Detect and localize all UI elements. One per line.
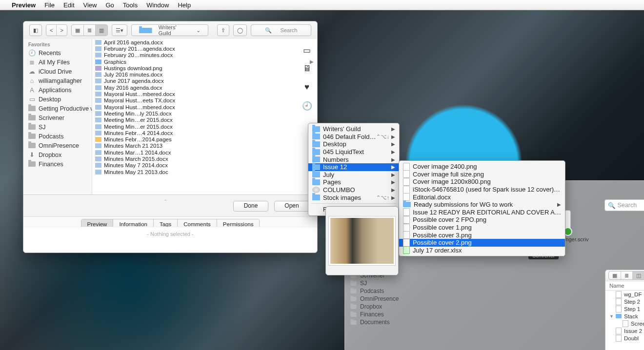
view-columns-icon[interactable]: ▥ <box>96 25 107 36</box>
file-item[interactable]: Meeting Min…ly 2015.docx <box>92 110 317 117</box>
recent-folder-item[interactable]: Stock images⌃⌥↑▶ <box>308 194 399 201</box>
sidebar-item[interactable]: ⬇Dropbox <box>23 150 92 159</box>
search-input[interactable]: 🔍 Search <box>251 24 311 36</box>
disclosure-icon[interactable]: ▼ <box>609 314 613 319</box>
submenu-item[interactable]: Possible cover 2 FPO.png <box>399 216 565 224</box>
menu-view[interactable]: View <box>83 1 97 9</box>
menu-go[interactable]: Go <box>105 1 114 9</box>
file-item[interactable]: Meeting Min…er 2015.docx <box>92 117 317 123</box>
recent-folder-item[interactable]: Issue 12▶ <box>308 163 399 171</box>
list-row[interactable]: Issue 2 <box>605 327 644 334</box>
submenu-item[interactable]: iStock-546765810 (used for Spark issue 1… <box>399 186 565 194</box>
view-icons-icon[interactable]: ▦ <box>72 25 84 36</box>
submenu-item[interactable]: Issue 12 READY BAR EDITORIAL AND COVER A… <box>399 209 565 216</box>
file-item[interactable]: February 20…minutes.docx <box>92 52 317 58</box>
file-item[interactable]: July 2016 minutes.docx <box>92 71 317 78</box>
submenu-item[interactable]: Possible cover 3.png <box>399 231 565 239</box>
file-item[interactable]: Minutes Febr…4 2014.docx <box>92 130 317 136</box>
bg-sidebar-item[interactable]: OmniPresence <box>345 295 410 303</box>
file-item[interactable]: Minutes March 21 2013 <box>92 143 317 149</box>
bg2-view-seg[interactable]: ▦≣◫▭ <box>608 271 644 280</box>
sidebar-item[interactable]: ≣All My Files <box>23 58 92 67</box>
bg-sidebar-item[interactable]: Dropbox <box>345 303 410 311</box>
submenu-item[interactable]: Cover image 1200x800.png <box>399 178 565 186</box>
bg2-column-header[interactable]: Name <box>605 281 644 291</box>
submenu-item[interactable]: Possible cover 2.png <box>399 239 565 247</box>
recent-folder-item[interactable]: Numbers▶ <box>308 156 399 163</box>
submenu-item[interactable]: July 17 order.xlsx <box>399 247 565 254</box>
expand-grip-icon[interactable] <box>163 198 177 200</box>
recent-folder-item[interactable]: July▶ <box>308 171 399 179</box>
location-popup[interactable]: Writers' Guild ⌄ <box>131 24 208 36</box>
submenu-item[interactable]: Cover image full size.png <box>399 171 565 178</box>
submenu-item[interactable]: Possible cover 1.png <box>399 224 565 232</box>
share-button[interactable]: ⇪ <box>217 24 229 36</box>
bg-sidebar-item[interactable]: Podcasts <box>345 287 410 295</box>
dfx-favorites-icon[interactable]: ♥ <box>302 82 312 92</box>
view-mode-segmented[interactable]: ▦ ≣ ▥ <box>71 24 108 36</box>
list-row[interactable]: wg_DF <box>605 291 644 298</box>
file-item[interactable]: February 201…agenda.docx <box>92 45 317 52</box>
recent-folder-item[interactable]: Pages▶ <box>308 178 399 186</box>
sidebar-item[interactable]: OmniPresence <box>23 141 92 150</box>
file-item[interactable]: Minutes May 21 2013.doc <box>92 169 317 175</box>
bg-sidebar-item[interactable]: SJ <box>345 279 410 287</box>
app-name[interactable]: Preview <box>12 1 36 9</box>
open-button[interactable]: Open <box>274 201 309 212</box>
dfx-recent-icon[interactable]: 🕘 <box>302 101 312 111</box>
recent-folder-item[interactable]: 046 Default Folder X⌃⌥↓▶ <box>308 133 399 141</box>
file-item[interactable]: May 2016 agenda.docx <box>92 84 317 91</box>
file-item[interactable]: Mayoral Hust…mbered.docx <box>92 104 317 110</box>
file-item[interactable]: Meeting Min…er 2015.docx <box>92 123 317 130</box>
background-list-window[interactable]: ▦≣◫▭ Name wg_DFStep 2Step 1▼StackScreenI… <box>605 270 644 350</box>
sidebar-item[interactable]: Podcasts <box>23 132 92 141</box>
sidebar-item[interactable]: Scrivener <box>23 113 92 122</box>
list-row[interactable]: Step 1 <box>605 305 644 312</box>
bg-search-input[interactable]: 🔍 Search <box>604 199 644 211</box>
menu-edit[interactable]: Edit <box>63 1 74 9</box>
sidebar-item[interactable]: SJ <box>23 122 92 132</box>
file-item[interactable]: Minutes Mar…1 2014.docx <box>92 149 317 156</box>
list-row[interactable]: Doubl <box>605 334 644 342</box>
recent-folder-item[interactable]: 045 LiquidText▶ <box>308 148 399 156</box>
list-row[interactable]: Step 2 <box>605 298 644 305</box>
sidebar-item[interactable]: ☁iCloud Drive <box>23 67 92 76</box>
list-row[interactable]: Screen <box>605 320 644 327</box>
done-button[interactable]: Done <box>233 201 268 212</box>
menu-help[interactable]: Help <box>178 1 191 9</box>
sidebar-item[interactable]: ▭Desktop <box>23 95 92 104</box>
sidebar-item[interactable]: ⌂williamgallagher <box>23 76 92 85</box>
file-item[interactable]: Minutes March 2015.docx <box>92 156 317 162</box>
nav-back-forward[interactable]: <> <box>46 24 67 36</box>
file-item[interactable]: Mayoral Hust…eets TX.docx <box>92 97 317 104</box>
file-item[interactable]: June 2017 agenda.docx <box>92 78 317 84</box>
menu-file[interactable]: File <box>44 1 55 9</box>
file-item[interactable]: April 2016 agenda.docx <box>92 39 317 45</box>
file-item[interactable]: Minutes Febr…2014.pages <box>92 136 317 142</box>
recent-folder-item[interactable]: Desktop▶ <box>308 140 399 148</box>
sidebar-item[interactable]: Getting Productive w… <box>23 104 92 113</box>
recent-folder-item[interactable]: Writers' Guild▶ <box>308 125 399 133</box>
sidebar-item[interactable]: 🕘Recents <box>23 48 92 58</box>
submenu-item[interactable]: Ready submissions for WG to work▶ <box>399 201 565 209</box>
tags-button[interactable]: ◯ <box>233 24 247 36</box>
file-item[interactable]: Hustings download.png <box>92 65 317 71</box>
dfx-finder-icon[interactable]: ▭ <box>302 45 312 55</box>
bg-sidebar-item[interactable]: Finances <box>345 311 410 318</box>
sidebar-item[interactable]: Finances <box>23 159 92 169</box>
bg-sidebar-item[interactable]: Documents <box>345 318 410 326</box>
view-list-icon[interactable]: ≣ <box>84 25 96 36</box>
file-item[interactable]: Minutes May 7 2014.docx <box>92 162 317 169</box>
submenu-item[interactable]: Editorial.docx <box>399 193 565 201</box>
submenu-item[interactable]: Cover image 2400.png <box>399 163 565 171</box>
recent-folder-item[interactable]: COLUMBO▶ <box>308 186 399 194</box>
menu-window[interactable]: Window <box>146 1 169 9</box>
file-item[interactable]: Graphics▶ <box>92 58 317 65</box>
group-button[interactable]: ☰▾ <box>112 24 127 36</box>
menu-tools[interactable]: Tools <box>123 1 138 9</box>
dfx-computer-icon[interactable]: 🖥 <box>302 64 312 74</box>
sidebar-toggle-button[interactable]: ◧ <box>29 24 42 36</box>
list-row[interactable]: ▼Stack <box>605 312 644 320</box>
sidebar-item[interactable]: AApplications <box>23 85 92 95</box>
file-item[interactable]: Mayoral Hust…mbered.docx <box>92 91 317 97</box>
